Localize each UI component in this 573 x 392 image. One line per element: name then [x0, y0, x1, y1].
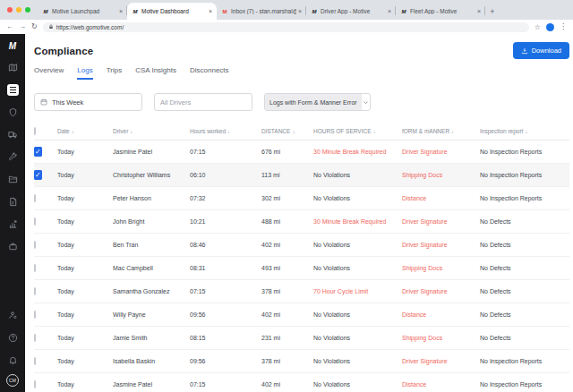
browser-tab-label: Fleet App - Motive — [410, 8, 475, 14]
row-checkbox[interactable] — [34, 287, 36, 295]
cell-hours-of-service: No Violations — [313, 265, 402, 271]
browser-profile-avatar[interactable] — [546, 23, 554, 31]
cell-driver: Willy Payne — [113, 311, 190, 318]
table-row[interactable]: TodayIsabella Baskin09:56378 miNo Violat… — [34, 350, 569, 373]
user-avatar[interactable]: CM — [6, 374, 19, 387]
column-header[interactable]: fORM & mANNER↓ — [402, 128, 480, 134]
close-tab-icon[interactable]: × — [119, 8, 123, 14]
sidebar-item-dispatch[interactable] — [2, 235, 23, 258]
close-tab-icon[interactable]: × — [477, 8, 481, 14]
browser-tab[interactable]: M Fleet App - Motive × — [396, 3, 485, 20]
sidebar-item-fuel[interactable] — [2, 124, 23, 146]
cell-date: Today — [57, 335, 113, 341]
sidebar-item-reports[interactable] — [2, 191, 23, 213]
reload-icon[interactable]: ↻ — [31, 23, 38, 30]
sidebar-item-documents[interactable] — [2, 168, 23, 191]
close-tab-icon[interactable]: × — [388, 8, 391, 14]
table-row[interactable]: TodaySamantha Gonzalez07:15378 mi70 Hour… — [34, 280, 569, 303]
sidebar-item-compliance-logs[interactable] — [2, 79, 23, 101]
cell-form-manner: Distance — [402, 195, 480, 201]
table-row[interactable]: TodayPeter Hanson07:32302 miNo Violation… — [34, 187, 569, 210]
browser-tab[interactable]: M Motive Launchpad × — [38, 3, 127, 20]
row-checkbox[interactable] — [34, 380, 36, 388]
cell-inspection-report: No Defects — [480, 335, 569, 341]
table-row[interactable]: TodayMac Campbell08:31493 miNo Violation… — [34, 257, 569, 280]
row-checkbox[interactable] — [34, 311, 36, 319]
back-icon[interactable]: ← — [6, 23, 13, 30]
sidebar-item-maintenance[interactable] — [2, 146, 23, 168]
table-row[interactable]: TodayBen Tran08:46402 miNo ViolationsDri… — [34, 234, 569, 257]
cell-distance: 402 mi — [261, 381, 313, 388]
table-row[interactable]: ✓TodayJasmine Patel07:15676 mi30 Minute … — [34, 141, 569, 164]
browser-tab[interactable]: M Driver App - Motive × — [306, 3, 396, 20]
wrench-icon — [8, 152, 18, 162]
row-checkbox[interactable] — [34, 194, 36, 202]
cell-inspection-report: No Inspection Reports — [480, 358, 569, 364]
close-window-button[interactable] — [7, 7, 13, 13]
tab-overview[interactable]: Overview — [34, 66, 64, 80]
cell-distance: 378 mi — [261, 358, 313, 364]
sidebar-item-help[interactable] — [2, 327, 23, 349]
cell-distance: 231 mi — [261, 335, 313, 341]
new-tab-button[interactable]: + — [485, 7, 500, 16]
cell-date: Today — [57, 242, 113, 248]
table-row[interactable]: TodayWilly Payne09:56402 miNo Violations… — [34, 303, 569, 327]
sidebar-item-notifications[interactable] — [2, 349, 23, 371]
motive-logo[interactable]: M — [9, 38, 16, 56]
table-row[interactable]: TodayJasmine Patel07:15402 miNo Violatio… — [34, 373, 569, 392]
row-checkbox[interactable]: ✓ — [34, 170, 42, 180]
url-text: https://web.gomotive.com/ — [56, 24, 124, 30]
help-icon — [8, 333, 18, 343]
select-all-checkbox[interactable] — [34, 127, 36, 135]
column-header[interactable]: HOURS OF SERVICE↓ — [313, 128, 402, 134]
browser-tab[interactable]: M Inbox (7) - stan.marshal@trucki × — [217, 3, 306, 20]
tab-logs[interactable]: Logs — [77, 66, 92, 80]
calendar-icon — [40, 98, 47, 106]
sidebar-item-safety[interactable] — [2, 101, 23, 124]
cell-inspection-report: No Defects — [480, 218, 569, 225]
logs-filter-dropdown[interactable]: Logs with Form & Manner Error — [264, 93, 371, 111]
row-checkbox[interactable] — [34, 264, 36, 272]
cell-distance: 676 mi — [261, 149, 313, 155]
drivers-filter-input[interactable]: All Drivers — [154, 93, 252, 111]
sidebar-item-admin[interactable] — [2, 304, 23, 327]
window-controls[interactable] — [5, 0, 38, 20]
column-header[interactable]: Date↓ — [57, 128, 113, 134]
table-row[interactable]: ✓TodayChristopher Williams06:10113 miNo … — [34, 164, 569, 187]
url-field[interactable]: https://web.gomotive.com/ — [43, 22, 529, 32]
cell-driver: Peter Hanson — [113, 195, 190, 201]
close-tab-icon[interactable]: × — [209, 8, 212, 14]
cell-inspection-report: No Inspection Reports — [480, 195, 569, 201]
minimize-window-button[interactable] — [16, 7, 21, 13]
row-checkbox[interactable] — [34, 334, 36, 342]
column-header[interactable]: Inspection report↓ — [480, 128, 569, 134]
row-checkbox[interactable] — [34, 241, 36, 249]
row-checkbox[interactable] — [34, 357, 36, 365]
row-checkbox[interactable] — [34, 217, 36, 226]
close-tab-icon[interactable]: × — [298, 8, 302, 14]
download-button[interactable]: Download — [513, 42, 569, 59]
browser-menu-icon[interactable]: ⋮ — [560, 23, 567, 30]
date-range-filter[interactable]: This Week — [34, 93, 142, 111]
tab-csa-insights[interactable]: CSA Insights — [135, 66, 176, 80]
tab-trips[interactable]: Trips — [107, 66, 122, 80]
cell-distance: 402 mi — [261, 311, 313, 318]
forward-icon[interactable]: → — [19, 23, 26, 30]
tab-disconnects[interactable]: Disconnects — [190, 66, 229, 80]
browser-tab[interactable]: M Motive Dashboard × — [127, 3, 217, 20]
column-header[interactable]: Hours worked↓ — [190, 128, 261, 134]
sidebar-item-maps[interactable] — [2, 56, 23, 79]
cell-date: Today — [57, 381, 113, 388]
bell-icon — [8, 355, 18, 365]
column-header[interactable]: Driver↓ — [113, 128, 190, 134]
sort-icon: ↓ — [451, 129, 454, 134]
bookmark-star-icon[interactable]: ☆ — [535, 23, 541, 31]
cell-date: Today — [57, 265, 113, 271]
table-row[interactable]: TodayJohn Bright10:21488 mi30 Minute Bre… — [34, 210, 569, 234]
zoom-window-button[interactable] — [25, 7, 30, 13]
column-header[interactable]: DISTANCE↓ — [261, 128, 313, 134]
cell-form-manner: Driver Signature — [402, 242, 480, 248]
table-row[interactable]: TodayJamie Smith08:15231 miNo Violations… — [34, 327, 569, 350]
row-checkbox[interactable]: ✓ — [34, 147, 42, 157]
sidebar-item-insights[interactable] — [2, 213, 23, 235]
